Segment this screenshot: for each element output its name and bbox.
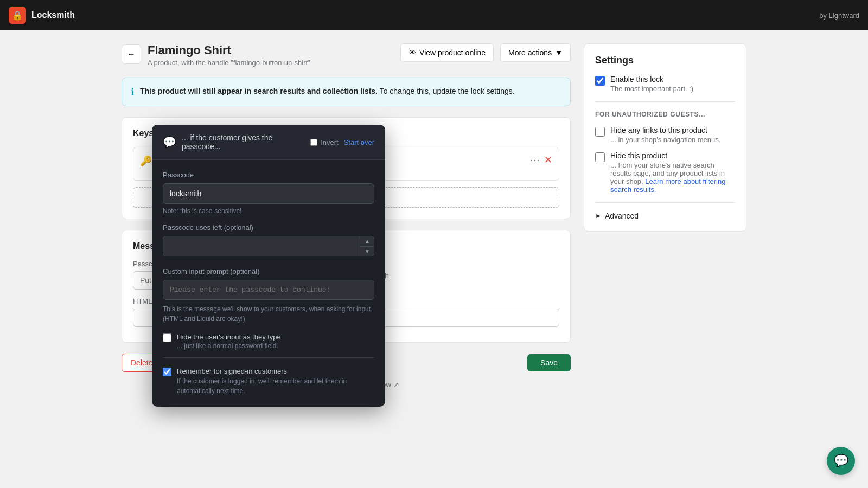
more-actions-button[interactable]: More actions ▼ — [500, 43, 571, 62]
enable-lock-desc: The most important part. :) — [610, 85, 693, 93]
hide-product-checkbox[interactable] — [595, 152, 605, 162]
chat-icon: 💬 — [163, 136, 176, 149]
page-subtitle: A product, with the handle "flamingo-but… — [148, 59, 310, 67]
hide-product-desc: ... from your store's native search resu… — [610, 161, 735, 194]
hide-input-row: Hide the user's input as they type ... j… — [163, 332, 374, 350]
by-lightward: by Lightward — [819, 11, 859, 20]
chat-fab[interactable]: 💬 — [827, 447, 855, 475]
page-title-group: Flamingo Shirt A product, with the handl… — [148, 43, 310, 67]
start-over-button[interactable]: Start over — [344, 138, 374, 146]
remember-label: Remember for signed-in customers — [177, 367, 287, 375]
nav-brand: 🔒 Locksmith — [9, 7, 75, 24]
hide-input-desc: ... just like a normal password field. — [177, 342, 281, 350]
popup-divider — [163, 357, 374, 358]
passcode-note: Note: this is case-sensitive! — [163, 207, 374, 215]
invert-checkbox[interactable] — [310, 139, 317, 146]
enable-lock-checkbox[interactable] — [595, 76, 605, 86]
info-icon: ℹ — [131, 86, 135, 98]
advanced-toggle[interactable]: ► Advanced — [595, 211, 639, 220]
stepper-up-button[interactable]: ▲ — [360, 236, 374, 247]
popup-invert-group: Invert — [310, 138, 339, 146]
hide-product-row: Hide this product ... from your store's … — [595, 151, 735, 194]
page-header-actions: 👁 View product online More actions ▼ — [400, 43, 571, 62]
uses-input[interactable] — [163, 236, 374, 256]
popup-header: 💬 ... if the customer gives the passcode… — [152, 125, 385, 160]
page-header-left: ← Flamingo Shirt A product, with the han… — [122, 43, 310, 67]
popup-header-text: ... if the customer gives the passcode..… — [182, 133, 305, 151]
custom-prompt-input[interactable] — [163, 280, 374, 300]
key-menu-button[interactable]: ⋯ — [530, 154, 540, 166]
stepper-down-button[interactable]: ▼ — [360, 247, 374, 257]
remember-row: Remember for signed-in customers If the … — [163, 367, 374, 396]
custom-prompt-note: This is the message we'll show to your c… — [163, 304, 374, 324]
enable-lock-label: Enable this lock — [610, 75, 663, 84]
settings-divider-2 — [595, 202, 735, 203]
custom-prompt-label: Custom input prompt (optional) — [163, 267, 374, 275]
hide-links-row: Hide any links to this product ... in yo… — [595, 126, 735, 144]
key-delete-button[interactable]: ✕ — [544, 154, 552, 166]
remember-desc: If the customer is logged in, we'll reme… — [177, 376, 374, 396]
hide-links-label: Hide any links to this product — [610, 126, 707, 134]
info-banner: ℹ This product will still appear in sear… — [122, 78, 571, 106]
chevron-down-icon: ▼ — [555, 48, 563, 57]
hide-product-text: Hide this product ... from your store's … — [610, 151, 735, 194]
hide-links-desc: ... in your shop's navigation menus. — [610, 136, 720, 144]
eye-icon: 👁 — [409, 48, 416, 57]
passcode-label: Passcode — [163, 171, 374, 179]
app-icon: 🔒 — [9, 7, 26, 24]
chevron-right-icon: ► — [595, 212, 602, 220]
settings-divider — [595, 101, 735, 102]
settings-card: Settings Enable this lock The most impor… — [584, 43, 746, 232]
enable-lock-row: Enable this lock The most important part… — [595, 75, 735, 93]
passcode-input[interactable] — [163, 183, 374, 204]
stepper-buttons: ▲ ▼ — [360, 236, 374, 256]
hide-product-label: Hide this product — [610, 151, 667, 160]
back-button[interactable]: ← — [122, 44, 141, 64]
hide-input-text: Hide the user's input as they type ... j… — [177, 332, 281, 350]
uses-stepper-wrap: ▲ ▼ — [163, 236, 374, 256]
hide-input-label: Hide the user's input as they type — [177, 333, 281, 341]
top-nav: 🔒 Locksmith by Lightward — [0, 0, 868, 30]
info-text: This product will still appear in search… — [140, 86, 515, 97]
settings-title: Settings — [595, 55, 735, 66]
passcode-popup[interactable]: 💬 ... if the customer gives the passcode… — [152, 125, 385, 407]
key-icon: 🔑 — [140, 155, 152, 167]
uses-label: Passcode uses left (optional) — [163, 223, 374, 232]
unauthorized-header: FOR UNAUTHORIZED GUESTS... — [595, 111, 735, 118]
save-button[interactable]: Save — [527, 354, 571, 371]
invert-label: Invert — [321, 138, 339, 146]
page-header: ← Flamingo Shirt A product, with the han… — [122, 43, 571, 67]
app-title: Locksmith — [31, 10, 75, 20]
page-title: Flamingo Shirt — [148, 43, 310, 57]
hide-links-checkbox[interactable] — [595, 127, 605, 137]
hide-input-checkbox[interactable] — [163, 333, 171, 342]
remember-checkbox[interactable] — [163, 368, 171, 376]
key-actions: ⋯ ✕ — [530, 154, 552, 166]
popup-body: Passcode Note: this is case-sensitive! P… — [152, 160, 385, 407]
hide-links-text: Hide any links to this product ... in yo… — [610, 126, 720, 144]
right-column: Settings Enable this lock The most impor… — [584, 43, 746, 397]
view-product-button[interactable]: 👁 View product online — [400, 43, 494, 62]
enable-lock-text: Enable this lock The most important part… — [610, 75, 693, 93]
remember-text: Remember for signed-in customers If the … — [177, 367, 374, 396]
